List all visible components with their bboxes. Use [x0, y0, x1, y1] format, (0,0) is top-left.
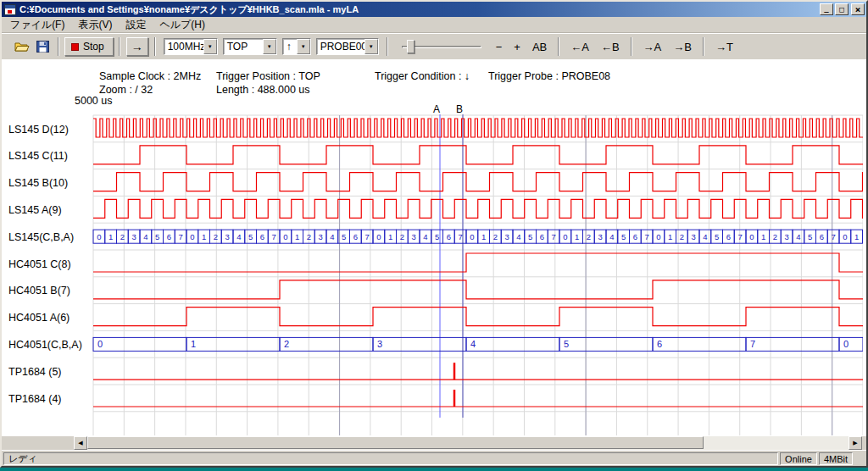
scroll-left-icon[interactable]: ◀: [74, 436, 87, 450]
close-icon[interactable]: ×: [851, 3, 865, 15]
bus-value: 1: [668, 232, 672, 241]
bus-value: 6: [726, 232, 731, 241]
signal-label: LS145(C,B,A): [8, 231, 74, 243]
scroll-right-icon[interactable]: ▶: [849, 436, 862, 450]
bus-value: 6: [260, 232, 264, 241]
marker-label-a[interactable]: A: [433, 103, 440, 115]
window-title: C:¥Documents and Settings¥noname¥デスクトップ¥…: [19, 3, 816, 16]
bus-value: 0: [97, 232, 101, 241]
bus-value: 7: [458, 232, 462, 241]
sample-rate-value: 100MHz: [164, 39, 203, 54]
bus-value: 0: [843, 339, 849, 349]
toolbar: Stop → 100MHz ▼ TOP ▼ ↑ ▼ PROBE00 ▼ − +: [2, 33, 866, 59]
signal-label: HC4051 C(8): [8, 258, 71, 270]
bus-value: 2: [400, 232, 404, 241]
dropdown-icon: ▼: [208, 44, 213, 49]
bus-value: 5: [248, 232, 253, 241]
bus-value: 0: [283, 232, 287, 241]
bus-value: 0: [190, 232, 194, 241]
menu-settings[interactable]: 設定: [119, 16, 153, 34]
trigger-probe-info: Trigger Probe : PROBE08: [488, 70, 610, 82]
goto-trigger-button[interactable]: →T: [712, 40, 737, 54]
dropdown-button[interactable]: ▼: [364, 39, 378, 54]
bus-value: 4: [423, 232, 427, 241]
toolbar-separator: [119, 37, 120, 56]
waveform-trace: [93, 308, 863, 326]
save-file-button[interactable]: [33, 38, 52, 55]
bus-value: 0: [376, 232, 381, 241]
dropdown-button[interactable]: ▼: [203, 39, 217, 54]
toolbar-separator: [58, 37, 59, 56]
waveform-canvas[interactable]: 5000 usABLS145 D(12)LS145 C(11)LS145 B(1…: [2, 93, 863, 436]
bus-value: 1: [481, 232, 486, 241]
slider-thumb[interactable]: [407, 40, 415, 53]
trigger-position-value: TOP: [224, 39, 263, 54]
bus-value: 5: [715, 232, 719, 241]
bus-value: 7: [271, 232, 275, 241]
open-file-button[interactable]: [13, 38, 31, 55]
open-folder-icon: [14, 41, 30, 53]
bus-value: 1: [191, 339, 196, 349]
bus-value: 5: [564, 339, 569, 349]
bus-value: 1: [108, 232, 113, 241]
zoom-out-button[interactable]: −: [492, 40, 506, 54]
bus-value: 3: [131, 232, 136, 241]
goto-marker-b-button[interactable]: ←B: [598, 40, 623, 54]
bus-value: 4: [330, 232, 334, 241]
bus-value: 3: [691, 232, 695, 241]
zoom-in-button[interactable]: +: [510, 40, 524, 54]
scroll-thumb[interactable]: [87, 436, 704, 449]
zoom-slider[interactable]: [400, 37, 483, 56]
signal-label: LS145 C(11): [8, 150, 68, 162]
toolbar-separator: [631, 37, 632, 56]
dropdown-button[interactable]: ▼: [297, 39, 310, 54]
status-spacer: [854, 452, 865, 465]
maximize-icon[interactable]: □: [835, 3, 849, 15]
run-button[interactable]: →: [126, 37, 148, 56]
bus-value: 0: [563, 232, 567, 241]
bus-value: 0: [470, 232, 474, 241]
trigger-probe-combo[interactable]: PROBE00 ▼: [316, 38, 379, 55]
trigger-position-info: Trigger Position : TOP: [216, 70, 320, 82]
bus-value: 7: [551, 232, 555, 241]
signal-label: LS145 D(12): [8, 124, 69, 136]
bus-value: 5: [155, 232, 159, 241]
signal-label: TP1684 (5): [8, 366, 62, 378]
ab-button[interactable]: AB: [529, 40, 550, 54]
horizontal-scrollbar[interactable]: ◀ ▶: [74, 436, 862, 450]
trigger-position-combo[interactable]: TOP ▼: [223, 38, 277, 55]
marker-a-next-button[interactable]: →A: [640, 40, 665, 54]
bus-cell: [653, 337, 746, 351]
menu-help[interactable]: ヘルプ(H): [153, 16, 212, 34]
titlebar[interactable]: C:¥Documents and Settings¥noname¥デスクトップ¥…: [2, 2, 866, 17]
bus-value: 4: [609, 232, 614, 241]
sample-rate-combo[interactable]: 100MHz ▼: [164, 38, 218, 55]
waveform-trace: [93, 253, 863, 272]
dropdown-button[interactable]: ▼: [263, 39, 276, 54]
dropdown-icon: ▼: [301, 44, 306, 49]
signal-label: HC4051(C,B,A): [8, 339, 82, 351]
menubar: ファイル(F) 表示(V) 設定 ヘルプ(H): [2, 17, 866, 33]
bus-value: 4: [516, 232, 520, 241]
bus-value: 0: [843, 232, 847, 241]
minimize-icon[interactable]: _: [820, 3, 833, 15]
bus-value: 1: [295, 232, 299, 241]
bus-value: 2: [773, 232, 777, 241]
marker-label-b[interactable]: B: [456, 103, 463, 115]
goto-marker-a-button[interactable]: ←A: [567, 40, 593, 54]
bus-value: 3: [318, 232, 322, 241]
trigger-edge-combo[interactable]: ↑ ▼: [282, 38, 311, 55]
waveform-trace: [93, 146, 863, 164]
menu-view[interactable]: 表示(V): [71, 16, 119, 34]
bus-cell: [559, 337, 653, 351]
menu-file[interactable]: ファイル(F): [3, 16, 71, 34]
bus-value: 4: [703, 232, 707, 241]
bus-value: 1: [854, 232, 859, 241]
bus-value: 5: [435, 232, 439, 241]
scroll-track[interactable]: [87, 436, 849, 450]
bus-cell: [186, 337, 280, 351]
trigger-probe-value: PROBE00: [317, 39, 364, 54]
stop-button[interactable]: Stop: [64, 37, 114, 56]
floppy-icon: [36, 41, 49, 53]
marker-b-next-button[interactable]: →B: [670, 40, 695, 54]
